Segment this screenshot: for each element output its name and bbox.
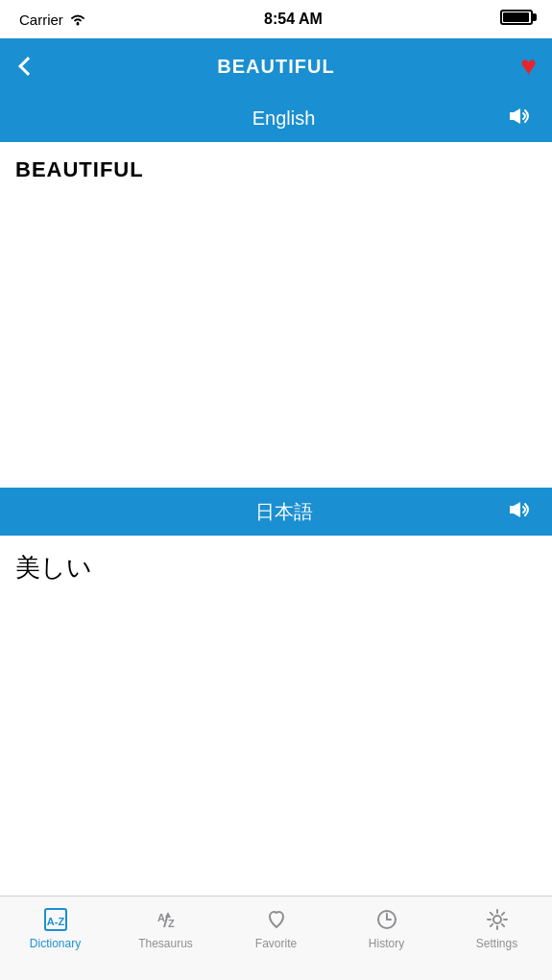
svg-point-12: [493, 916, 501, 923]
svg-text:A-Z: A-Z: [46, 916, 64, 927]
nav-title: BEAUTIFUL: [217, 56, 334, 78]
battery-icon: [500, 10, 533, 25]
heart-icon: ♥: [520, 51, 537, 82]
svg-marker-1: [510, 108, 520, 124]
carrier-text: Carrier: [19, 12, 86, 28]
svg-marker-2: [510, 502, 520, 517]
tab-history-label: History: [369, 937, 404, 950]
english-lang-bar: English: [0, 94, 552, 142]
nav-bar: BEAUTIFUL ♥: [0, 38, 552, 94]
status-bar: Carrier 8:54 AM: [0, 0, 552, 38]
japanese-speaker-icon: [506, 498, 533, 521]
settings-icon: [484, 906, 511, 933]
svg-text:Z: Z: [168, 918, 175, 929]
favorite-icon: [263, 906, 290, 933]
english-word: BEAUTIFUL: [15, 157, 537, 182]
japanese-word: 美しい: [15, 551, 537, 585]
tab-settings-label: Settings: [476, 937, 517, 950]
svg-text:A: A: [157, 912, 165, 923]
chevron-back-icon: [18, 57, 37, 76]
tab-dictionary-label: Dictionary: [30, 937, 81, 950]
english-speaker-icon: [506, 105, 533, 128]
tab-thesaurus-label: Thesaurus: [138, 937, 193, 950]
favorite-button[interactable]: ♥: [494, 51, 537, 82]
back-button[interactable]: [15, 60, 58, 73]
tab-settings[interactable]: Settings: [459, 906, 536, 950]
thesaurus-icon: A Z: [153, 906, 180, 933]
tab-favorite[interactable]: Favorite: [238, 906, 315, 950]
japanese-lang-label: 日本語: [61, 499, 506, 525]
tab-bar: A-Z Dictionary A Z Thesaurus Favorite Hi…: [0, 896, 552, 980]
tab-history[interactable]: History: [348, 906, 425, 950]
english-lang-label: English: [61, 108, 506, 130]
english-content-area: BEAUTIFUL: [0, 142, 552, 488]
status-time: 8:54 AM: [264, 11, 323, 28]
dictionary-icon: A-Z: [42, 906, 69, 933]
japanese-speaker-button[interactable]: [506, 498, 533, 525]
english-speaker-button[interactable]: [506, 105, 533, 131]
tab-favorite-label: Favorite: [255, 937, 297, 950]
wifi-icon: [69, 12, 86, 26]
svg-marker-8: [165, 912, 171, 918]
japanese-content-area: 美しい: [0, 536, 552, 804]
tab-dictionary[interactable]: A-Z Dictionary: [17, 906, 94, 950]
history-icon: [373, 906, 400, 933]
tab-thesaurus[interactable]: A Z Thesaurus: [128, 906, 204, 950]
svg-point-0: [76, 23, 79, 26]
japanese-lang-bar: 日本語: [0, 488, 552, 536]
battery-container: [500, 10, 533, 29]
